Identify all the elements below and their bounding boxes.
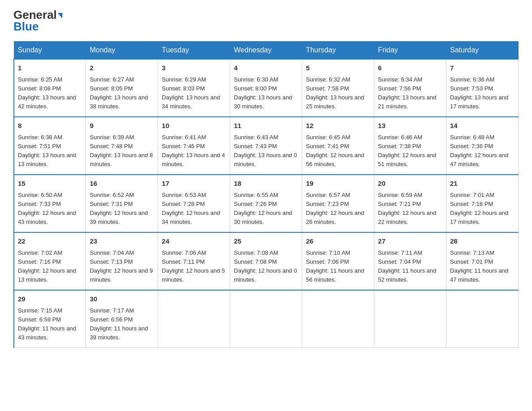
day-info: Sunrise: 6:50 AMSunset: 7:33 PMDaylight:…: [18, 191, 82, 227]
calendar-cell: 3Sunrise: 6:29 AMSunset: 8:03 PMDaylight…: [158, 59, 230, 117]
day-info: Sunrise: 6:29 AMSunset: 8:03 PMDaylight:…: [162, 75, 226, 111]
calendar-cell: 11Sunrise: 6:43 AMSunset: 7:43 PMDayligh…: [230, 117, 302, 175]
calendar-cell: 19Sunrise: 6:57 AMSunset: 7:23 PMDayligh…: [302, 175, 374, 232]
day-header-friday: Friday: [374, 42, 446, 60]
day-info: Sunrise: 6:55 AMSunset: 7:26 PMDaylight:…: [234, 191, 298, 227]
calendar-table: SundayMondayTuesdayWednesdayThursdayFrid…: [13, 41, 519, 348]
day-header-wednesday: Wednesday: [230, 42, 302, 60]
logo-blue-text: Blue: [13, 20, 39, 33]
calendar-cell: 15Sunrise: 6:50 AMSunset: 7:33 PMDayligh…: [14, 175, 86, 232]
calendar-cell: 6Sunrise: 6:34 AMSunset: 7:56 PMDaylight…: [374, 59, 446, 117]
day-info: Sunrise: 6:59 AMSunset: 7:21 PMDaylight:…: [378, 191, 442, 227]
day-number: 15: [18, 179, 82, 189]
day-number: 25: [234, 236, 298, 247]
calendar-cell: 18Sunrise: 6:55 AMSunset: 7:26 PMDayligh…: [230, 175, 302, 232]
day-number: 11: [234, 121, 298, 131]
calendar-cell: 26Sunrise: 7:10 AMSunset: 7:06 PMDayligh…: [302, 232, 374, 290]
day-info: Sunrise: 6:30 AMSunset: 8:00 PMDaylight:…: [234, 75, 298, 111]
calendar-cell: 23Sunrise: 7:04 AMSunset: 7:13 PMDayligh…: [86, 232, 158, 290]
day-number: 18: [234, 179, 298, 189]
day-header-sunday: Sunday: [14, 42, 86, 60]
logo: General Blue: [13, 9, 62, 32]
day-info: Sunrise: 6:52 AMSunset: 7:31 PMDaylight:…: [90, 191, 154, 227]
calendar-cell: 2Sunrise: 6:27 AMSunset: 8:05 PMDaylight…: [86, 59, 158, 117]
day-info: Sunrise: 6:48 AMSunset: 7:36 PMDaylight:…: [450, 133, 515, 169]
day-header-monday: Monday: [86, 42, 158, 60]
calendar-cell: 8Sunrise: 6:38 AMSunset: 7:51 PMDaylight…: [14, 117, 86, 175]
calendar-cell: [446, 290, 519, 348]
calendar-cell: 1Sunrise: 6:25 AMSunset: 8:08 PMDaylight…: [14, 59, 86, 117]
day-number: 7: [450, 63, 515, 73]
week-row-2: 8Sunrise: 6:38 AMSunset: 7:51 PMDaylight…: [14, 117, 519, 175]
calendar-header: SundayMondayTuesdayWednesdayThursdayFrid…: [14, 42, 519, 60]
day-number: 8: [18, 121, 82, 131]
day-number: 3: [162, 63, 226, 73]
day-info: Sunrise: 6:39 AMSunset: 7:48 PMDaylight:…: [90, 133, 154, 169]
calendar-cell: 12Sunrise: 6:45 AMSunset: 7:41 PMDayligh…: [302, 117, 374, 175]
day-info: Sunrise: 7:13 AMSunset: 7:01 PMDaylight:…: [450, 248, 515, 285]
day-info: Sunrise: 7:10 AMSunset: 7:06 PMDaylight:…: [306, 248, 370, 285]
day-info: Sunrise: 6:45 AMSunset: 7:41 PMDaylight:…: [306, 133, 370, 169]
day-number: 20: [378, 179, 442, 189]
day-info: Sunrise: 7:08 AMSunset: 7:08 PMDaylight:…: [234, 248, 298, 285]
week-row-5: 29Sunrise: 7:15 AMSunset: 6:59 PMDayligh…: [14, 290, 519, 348]
days-row: SundayMondayTuesdayWednesdayThursdayFrid…: [14, 42, 519, 60]
week-row-4: 22Sunrise: 7:02 AMSunset: 7:16 PMDayligh…: [14, 232, 519, 290]
calendar-cell: 16Sunrise: 6:52 AMSunset: 7:31 PMDayligh…: [86, 175, 158, 232]
calendar-cell: 10Sunrise: 6:41 AMSunset: 7:46 PMDayligh…: [158, 117, 230, 175]
calendar-cell: 28Sunrise: 7:13 AMSunset: 7:01 PMDayligh…: [446, 232, 519, 290]
calendar-cell: 5Sunrise: 6:32 AMSunset: 7:58 PMDaylight…: [302, 59, 374, 117]
day-number: 14: [450, 121, 515, 131]
day-info: Sunrise: 7:11 AMSunset: 7:04 PMDaylight:…: [378, 248, 442, 285]
day-info: Sunrise: 6:32 AMSunset: 7:58 PMDaylight:…: [306, 75, 370, 111]
calendar-cell: 29Sunrise: 7:15 AMSunset: 6:59 PMDayligh…: [14, 290, 86, 348]
day-info: Sunrise: 6:46 AMSunset: 7:38 PMDaylight:…: [378, 133, 442, 169]
calendar-cell: 24Sunrise: 7:06 AMSunset: 7:11 PMDayligh…: [158, 232, 230, 290]
day-info: Sunrise: 7:04 AMSunset: 7:13 PMDaylight:…: [90, 248, 154, 285]
day-info: Sunrise: 7:01 AMSunset: 7:18 PMDaylight:…: [450, 191, 515, 227]
calendar-cell: [302, 290, 374, 348]
day-header-tuesday: Tuesday: [158, 42, 230, 60]
day-number: 19: [306, 179, 370, 189]
calendar-cell: [158, 290, 230, 348]
day-number: 6: [378, 63, 442, 73]
day-number: 27: [378, 236, 442, 247]
week-row-1: 1Sunrise: 6:25 AMSunset: 8:08 PMDaylight…: [14, 59, 519, 117]
calendar-cell: 9Sunrise: 6:39 AMSunset: 7:48 PMDaylight…: [86, 117, 158, 175]
day-info: Sunrise: 6:57 AMSunset: 7:23 PMDaylight:…: [306, 191, 370, 227]
logo-text: General Blue: [13, 9, 62, 32]
day-number: 26: [306, 236, 370, 247]
day-number: 4: [234, 63, 298, 73]
day-number: 9: [90, 121, 154, 131]
page-header: General Blue: [13, 9, 519, 32]
calendar-cell: 27Sunrise: 7:11 AMSunset: 7:04 PMDayligh…: [374, 232, 446, 290]
calendar-cell: 21Sunrise: 7:01 AMSunset: 7:18 PMDayligh…: [446, 175, 519, 232]
day-number: 21: [450, 179, 515, 189]
calendar-cell: 7Sunrise: 6:36 AMSunset: 7:53 PMDaylight…: [446, 59, 519, 117]
day-number: 10: [162, 121, 226, 131]
day-info: Sunrise: 6:53 AMSunset: 7:28 PMDaylight:…: [162, 191, 226, 227]
calendar-cell: [230, 290, 302, 348]
logo-triangle-icon: [58, 13, 62, 18]
calendar-cell: 14Sunrise: 6:48 AMSunset: 7:36 PMDayligh…: [446, 117, 519, 175]
day-info: Sunrise: 6:36 AMSunset: 7:53 PMDaylight:…: [450, 75, 515, 111]
day-info: Sunrise: 7:02 AMSunset: 7:16 PMDaylight:…: [18, 248, 82, 285]
day-info: Sunrise: 7:17 AMSunset: 6:56 PMDaylight:…: [90, 306, 154, 342]
day-number: 29: [18, 294, 82, 304]
day-info: Sunrise: 6:25 AMSunset: 8:08 PMDaylight:…: [18, 75, 82, 111]
day-number: 17: [162, 179, 226, 189]
day-info: Sunrise: 6:41 AMSunset: 7:46 PMDaylight:…: [162, 133, 226, 169]
calendar-cell: 20Sunrise: 6:59 AMSunset: 7:21 PMDayligh…: [374, 175, 446, 232]
day-number: 12: [306, 121, 370, 131]
calendar-cell: 13Sunrise: 6:46 AMSunset: 7:38 PMDayligh…: [374, 117, 446, 175]
day-info: Sunrise: 7:06 AMSunset: 7:11 PMDaylight:…: [162, 248, 226, 285]
day-number: 30: [90, 294, 154, 304]
calendar-cell: 25Sunrise: 7:08 AMSunset: 7:08 PMDayligh…: [230, 232, 302, 290]
day-info: Sunrise: 7:15 AMSunset: 6:59 PMDaylight:…: [18, 306, 82, 342]
calendar-cell: 30Sunrise: 7:17 AMSunset: 6:56 PMDayligh…: [86, 290, 158, 348]
calendar-cell: 4Sunrise: 6:30 AMSunset: 8:00 PMDaylight…: [230, 59, 302, 117]
week-row-3: 15Sunrise: 6:50 AMSunset: 7:33 PMDayligh…: [14, 175, 519, 232]
day-number: 23: [90, 236, 154, 247]
day-info: Sunrise: 6:38 AMSunset: 7:51 PMDaylight:…: [18, 133, 82, 169]
day-number: 1: [18, 63, 82, 73]
